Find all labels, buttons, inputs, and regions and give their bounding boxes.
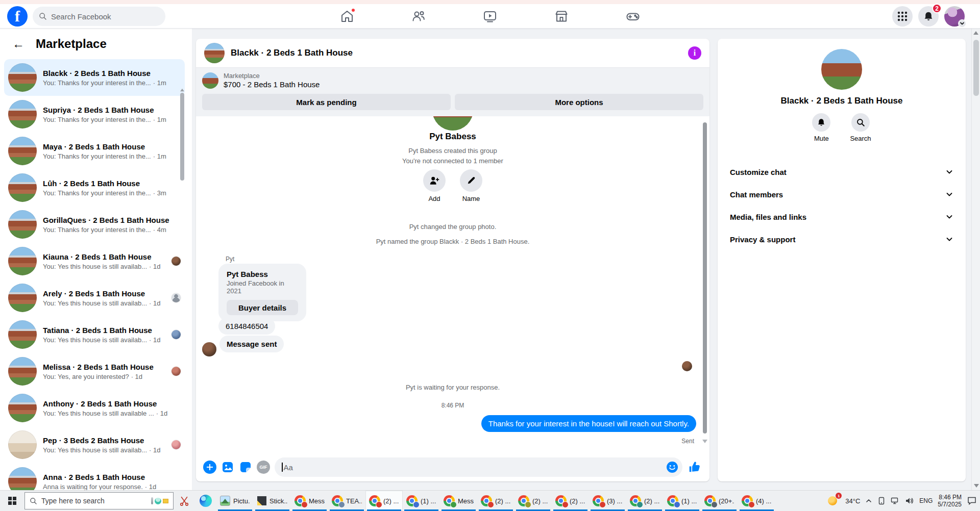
section-customize-chat[interactable]: Customize chat xyxy=(726,161,958,183)
scroll-down-arrow-icon[interactable] xyxy=(974,484,979,488)
like-thumb-icon[interactable] xyxy=(687,459,702,475)
taskbar-button-photos[interactable]: Pictu... xyxy=(216,491,254,511)
emoji-picker-icon[interactable] xyxy=(666,461,678,473)
taskbar-button-chrome-active[interactable]: (2) ... xyxy=(365,491,403,511)
page-scrollbar-thumb[interactable] xyxy=(973,40,979,96)
taskbar-button-chrome[interactable]: (1) ... xyxy=(664,491,701,511)
search-in-conversation-button[interactable]: Search xyxy=(850,113,871,142)
section-chat-members[interactable]: Chat members xyxy=(726,183,958,206)
conversation-name: Arely · 2 Beds 1 Bath House xyxy=(43,289,165,298)
open-more-actions-icon[interactable] xyxy=(203,461,216,474)
conversation-item[interactable]: Tatiana · 2 Beds 1 Bath House You: Yes t… xyxy=(4,316,185,353)
listing-info[interactable]: Marketplace $700 - 2 Beds 1 Bath House xyxy=(202,72,703,89)
message-scroll-area[interactable]: Pyt Babess Pyt Babess created this group… xyxy=(196,116,709,453)
taskbar-button-chrome[interactable]: Mess... xyxy=(440,491,477,511)
message-input[interactable]: Aa xyxy=(275,457,682,477)
incoming-message-bubble[interactable]: 6184846504 xyxy=(218,318,275,335)
page-scrollbar[interactable] xyxy=(971,29,980,490)
facebook-search-input[interactable]: Search Facebook xyxy=(33,7,165,26)
conversation-preview: You: Thanks for your interest in the... xyxy=(43,226,151,234)
tab-gaming[interactable] xyxy=(625,9,641,24)
conversation-item[interactable]: GorillaQues · 2 Beds 1 Bath House You: T… xyxy=(4,206,185,243)
chat-scroll-down-icon[interactable] xyxy=(702,440,707,443)
taskbar-button-chrome[interactable]: Mess... xyxy=(291,491,328,511)
conversation-name: Blackk · 2 Beds 1 Bath House xyxy=(43,69,181,78)
more-options-button[interactable]: More options xyxy=(455,94,703,110)
taskbar-button-chrome[interactable]: (4) ... xyxy=(738,491,775,511)
conversation-time: · 1d xyxy=(131,373,142,380)
tray-device-icon[interactable] xyxy=(877,497,886,505)
group-avatar-partial xyxy=(432,116,473,131)
buyer-details-button[interactable]: Buyer details xyxy=(227,300,298,315)
taskbar-button-chrome[interactable]: (1) ... xyxy=(403,491,440,511)
conversation-item[interactable]: Arely · 2 Beds 1 Bath House You: Yes thi… xyxy=(4,279,185,316)
taskbar-search-input[interactable]: Type here to search xyxy=(24,492,174,509)
taskbar-button-chrome[interactable]: (20+... xyxy=(701,491,738,511)
chat-scrollbar-thumb[interactable] xyxy=(703,122,707,433)
sticker-icon[interactable] xyxy=(239,461,252,474)
volume-icon[interactable] xyxy=(905,497,914,505)
conversation-preview: You: Yes this house is still availab... xyxy=(43,263,147,270)
apps-menu-button[interactable] xyxy=(892,6,913,27)
conversation-preview: You: Thanks for your interest in the... xyxy=(43,79,151,87)
incoming-message-bubble[interactable]: Message sent xyxy=(219,336,284,352)
attach-image-icon[interactable] xyxy=(221,461,234,474)
taskbar-button-chrome[interactable]: (3) ... xyxy=(589,491,626,511)
taskbar-button-sticky-notes[interactable]: Stick... xyxy=(254,491,291,511)
outgoing-message-bubble[interactable]: Thanks for your interest in the houseI w… xyxy=(481,415,696,432)
taskbar-button-chrome[interactable]: (2) ... xyxy=(552,491,589,511)
tab-home[interactable] xyxy=(339,9,355,24)
taskbar-button-chrome[interactable]: (2) ... xyxy=(477,491,514,511)
chevron-down-icon xyxy=(958,19,966,28)
weather-icon[interactable]: 1 xyxy=(827,495,840,507)
conversation-name: Kiauna · 2 Beds 1 Bath House xyxy=(43,252,165,261)
snipping-tool-icon[interactable] xyxy=(174,491,195,511)
taskbar-button-chrome[interactable]: (2) ... xyxy=(514,491,552,511)
conversation-item[interactable]: Anthony · 2 Beds 1 Bath House You: Yes t… xyxy=(4,390,185,426)
gif-icon[interactable]: GIF xyxy=(257,461,270,474)
seen-indicator-avatar xyxy=(172,293,181,302)
house-avatar xyxy=(8,247,37,275)
edge-browser-icon[interactable] xyxy=(195,491,216,511)
conversation-item[interactable]: Supriya · 2 Beds 1 Bath House You: Thank… xyxy=(4,96,185,133)
add-member-button[interactable]: Add xyxy=(423,169,446,202)
sidebar-scrollbar-thumb[interactable] xyxy=(180,93,184,181)
sidebar-scroll-up-icon[interactable] xyxy=(180,89,184,92)
conversation-item[interactable]: Kiauna · 2 Beds 1 Bath House You: Yes th… xyxy=(4,243,185,279)
conversation-info-icon[interactable]: i xyxy=(688,46,701,60)
taskbar-button-chrome[interactable]: TEA... xyxy=(328,491,365,511)
conversation-item[interactable]: Lûh · 2 Beds 1 Bath House You: Thanks fo… xyxy=(4,169,185,206)
photos-app-icon xyxy=(220,496,230,506)
language-indicator[interactable]: ENG xyxy=(919,497,933,504)
section-privacy-support[interactable]: Privacy & support xyxy=(726,228,958,250)
conversation-item[interactable]: Blackk · 2 Beds 1 Bath House You: Thanks… xyxy=(4,59,185,96)
action-center-icon[interactable] xyxy=(967,496,977,505)
network-icon[interactable] xyxy=(891,497,900,505)
conversation-item[interactable]: Anna · 2 Beds 1 Bath House Anna is waiti… xyxy=(4,463,185,490)
tab-marketplace[interactable] xyxy=(554,9,569,24)
tab-friends[interactable] xyxy=(411,9,426,24)
tray-expand-icon[interactable] xyxy=(865,497,872,504)
conversation-item[interactable]: Maya · 2 Beds 1 Bath House You: Thanks f… xyxy=(4,133,185,169)
chrome-profile-badge xyxy=(301,501,308,508)
taskbar-button-chrome[interactable]: (2) ... xyxy=(626,491,664,511)
conversation-name: Lûh · 2 Beds 1 Bath House xyxy=(43,179,181,188)
tab-watch[interactable] xyxy=(482,9,498,24)
temperature[interactable]: 34°C xyxy=(845,497,860,505)
chrome-icon xyxy=(444,495,455,506)
notifications-button[interactable]: 2 xyxy=(918,6,939,27)
clock[interactable]: 8:46 PM 5/7/2025 xyxy=(938,494,962,508)
name-group-button[interactable]: Name xyxy=(460,169,482,202)
mark-as-pending-button[interactable]: Mark as pending xyxy=(202,94,451,110)
taskbar-button-label: Mess... xyxy=(458,497,474,505)
mute-button[interactable]: Mute xyxy=(812,113,830,142)
back-arrow-icon[interactable]: ← xyxy=(12,38,24,50)
profile-avatar[interactable] xyxy=(944,6,965,27)
facebook-logo-icon[interactable]: f xyxy=(7,6,28,27)
scroll-up-arrow-icon[interactable] xyxy=(973,31,978,35)
conversation-item[interactable]: Melissa · 2 Beds 1 Bath House You: Yes, … xyxy=(4,353,185,390)
start-button[interactable] xyxy=(0,491,24,511)
section-media-files-links[interactable]: Media, files and links xyxy=(726,206,958,228)
conversation-preview: You: Yes, are you interested? xyxy=(43,373,129,380)
conversation-item[interactable]: Pep · 3 Beds 2 Baths House You: Yes this… xyxy=(4,426,185,463)
